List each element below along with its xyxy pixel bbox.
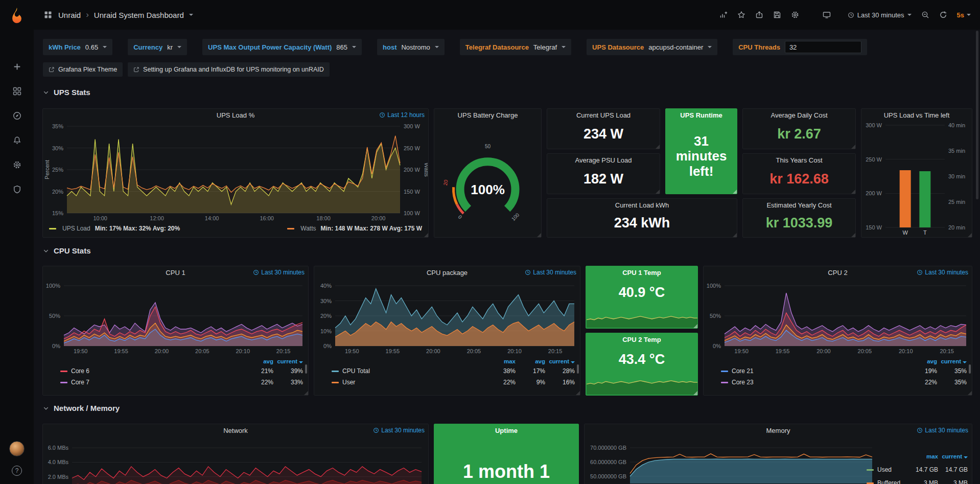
variable-currency[interactable]: Currencykr (128, 39, 187, 55)
panel-title[interactable]: UPS Runtime (680, 111, 722, 119)
panel-title[interactable]: CPU 2 (828, 269, 847, 276)
sidebar-item-create[interactable] (5, 54, 29, 79)
time-range-picker[interactable]: Last 30 minutes (848, 11, 912, 19)
page-scrollbar[interactable] (976, 31, 978, 199)
panel-time-range-link[interactable]: Last 30 minutes (525, 269, 576, 276)
sidebar-item-server-admin[interactable] (5, 177, 29, 201)
svg-text:19:50: 19:50 (734, 348, 749, 354)
legend-series-name[interactable]: Core 21 (732, 367, 907, 375)
panel-title[interactable]: Memory (766, 427, 790, 434)
panel-title[interactable]: Average PSU Load (575, 156, 632, 164)
svg-text:14:00: 14:00 (205, 215, 219, 221)
legend-series-name[interactable]: Buffered (877, 479, 908, 484)
legend-sort-avg[interactable]: avg (907, 358, 937, 364)
chevron-down-icon (177, 46, 181, 48)
cpu-threads-input[interactable]: 32 (785, 41, 861, 53)
svg-text:200 W: 200 W (404, 167, 420, 173)
battery-gauge: 02050100100% (435, 121, 541, 237)
variable-host[interactable]: hostNostromo (377, 39, 445, 55)
legend-series-name[interactable]: Core 6 (71, 367, 244, 375)
grafana-logo[interactable] (5, 4, 29, 28)
stat-value: kr 162.68 (769, 171, 829, 187)
chart-legend: UPS LoadMin: 17% Max: 32% Avg: 20%WattsM… (43, 222, 428, 232)
help-icon[interactable]: ? (12, 466, 22, 476)
legend-value: 19% (907, 367, 937, 375)
cpu-package-chart[interactable]: 40%30%20%10%0%19:5019:5520:0020:0520:102… (315, 279, 579, 355)
panel-title[interactable]: UPS Load vs Time left (884, 111, 950, 119)
legend-sort-current[interactable]: current (273, 358, 303, 364)
legend-sort-current[interactable]: current (545, 358, 575, 364)
panel-time-range-link[interactable]: Last 30 minutes (373, 427, 425, 434)
panel-title[interactable]: Uptime (495, 427, 518, 434)
panel-title[interactable]: UPS Battery Charge (458, 111, 518, 119)
sidebar-item-configuration[interactable] (5, 152, 29, 177)
variable-ups-datasource[interactable]: UPS Datasourceapcupsd-container (587, 39, 717, 55)
panel-title[interactable]: CPU 1 (166, 269, 185, 276)
panel-title[interactable]: CPU 2 Temp (622, 336, 661, 343)
panel-title[interactable]: Network (223, 427, 248, 434)
share-button[interactable] (755, 11, 763, 19)
section-network-memory[interactable]: Network / Memory (43, 404, 120, 412)
save-button[interactable] (773, 11, 781, 19)
ups-load-chart[interactable]: 35%30%25%20%15%300 W250 W200 W150 W100 W… (43, 121, 428, 222)
legend-series-name[interactable]: UPS Load (62, 225, 90, 232)
breadcrumb-dashboard-title[interactable]: Unraid System Dashboard (94, 11, 184, 19)
user-avatar[interactable] (9, 441, 25, 456)
variable-kwh-price[interactable]: kWh Price0.65 (43, 39, 112, 55)
panel-title[interactable]: Average Daily Cost (771, 111, 827, 119)
panel-time-range-link[interactable]: Last 12 hours (379, 111, 425, 119)
cpu2-chart[interactable]: 100%50%0%19:5019:5520:0020:0520:1020:15 (704, 279, 971, 355)
legend-sort-avg[interactable]: avg (244, 358, 273, 364)
panel-time-range-link[interactable]: Last 30 minutes (917, 427, 968, 434)
chevron-down-icon[interactable] (189, 14, 193, 16)
panel-title[interactable]: Estimated Yearly Cost (766, 201, 831, 209)
legend-sort-current[interactable]: current (937, 358, 967, 364)
legend-sort-current[interactable]: current (938, 453, 968, 459)
legend-sort-max[interactable]: max (908, 453, 938, 459)
series-color-dash (332, 382, 339, 383)
refresh-interval-picker[interactable]: 5s (957, 11, 971, 19)
section-ups-stats[interactable]: UPS Stats (43, 88, 90, 97)
section-cpu-stats[interactable]: CPU Stats (43, 246, 91, 255)
legend-series-name[interactable]: CPU Total (342, 367, 486, 375)
legend-series-name[interactable]: Core 7 (71, 379, 244, 386)
sidebar-item-explore[interactable] (5, 103, 29, 128)
cycle-view-button[interactable] (823, 11, 831, 19)
dashboard-settings-button[interactable] (791, 11, 799, 19)
refresh-button[interactable] (939, 11, 947, 19)
panel-time-range-link[interactable]: Last 30 minutes (253, 269, 305, 276)
star-button[interactable] (737, 11, 745, 19)
ups-load-vs-time-chart[interactable]: 300 W250 W200 W150 W40 min35 min30 min25… (862, 121, 971, 237)
add-panel-button[interactable] (719, 11, 728, 19)
panel-title[interactable]: CPU 1 Temp (622, 269, 661, 276)
breadcrumb-folder[interactable]: Unraid (58, 11, 81, 19)
panel-title[interactable]: This Years Cost (776, 156, 822, 164)
legend-scrollbar[interactable] (969, 364, 971, 374)
memory-chart[interactable]: 70.000000 GB60.000000 GB50.000000 GB (585, 436, 876, 484)
legend-series-name[interactable]: Core 23 (732, 379, 907, 386)
legend-series-name[interactable]: Watts (300, 225, 316, 232)
legend-scrollbar[interactable] (305, 364, 307, 374)
svg-text:Watts: Watts (424, 163, 428, 177)
variable-telegraf-datasource[interactable]: Telegraf DatasourceTelegraf (460, 39, 571, 55)
panel-title[interactable]: UPS Load % (217, 111, 254, 119)
zoom-out-button[interactable] (921, 11, 929, 19)
panel-title[interactable]: CPU package (427, 269, 468, 276)
legend-sort-max[interactable]: max (486, 358, 516, 364)
legend-sort-avg[interactable]: avg (516, 358, 545, 364)
panel-time-range-link[interactable]: Last 30 minutes (917, 269, 968, 276)
panel-title[interactable]: Current UPS Load (576, 111, 631, 119)
chevron-down-icon (907, 14, 912, 16)
sidebar-item-alerting[interactable] (5, 128, 29, 152)
network-chart[interactable]: 6.0 MBs4.0 MBs2.0 MBs (43, 436, 428, 484)
dashboard-link-ups-monitoring-guide[interactable]: Setting up Grafana and InfluxDB for UPS … (128, 62, 330, 77)
variable-ups-max-output[interactable]: UPS Max Output Power Capacity (Watt)865 (202, 39, 362, 55)
legend-scrollbar[interactable] (577, 364, 579, 374)
cpu1-chart[interactable]: 100%50%0%19:5019:5520:0020:0520:1020:15 (43, 279, 308, 355)
dashboard-link-grafana-plex-theme[interactable]: Grafana Plex Theme (43, 62, 123, 77)
save-icon (773, 11, 781, 19)
legend-series-name[interactable]: Used (877, 466, 908, 473)
legend-series-name[interactable]: User (342, 379, 486, 386)
sidebar-item-dashboards[interactable] (5, 79, 29, 103)
panel-title[interactable]: Current Load kWh (615, 201, 669, 209)
